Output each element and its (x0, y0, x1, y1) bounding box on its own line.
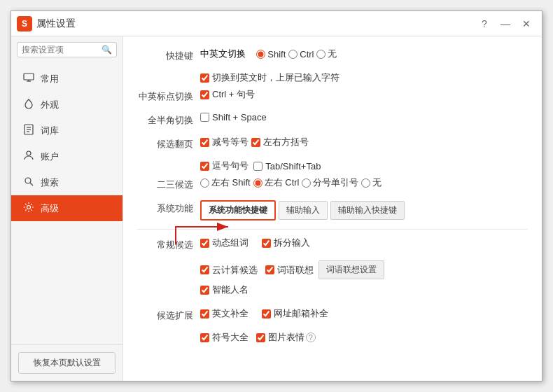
nav-advanced-label: 高级 (41, 202, 59, 215)
general-candidate-row: 常规候选 动态组词 拆分输入 (137, 237, 528, 255)
sidebar-item-general[interactable]: 常用 (11, 66, 122, 92)
restore-defaults-button[interactable]: 恢复本页默认设置 (18, 352, 115, 374)
word-assoc-settings-button[interactable]: 词语联想设置 (318, 260, 384, 279)
cn-en-row: 快捷键 中英文切换 Shift Ctrl (137, 48, 528, 66)
halfwidth-row: 全半角切换 Shift + Space (137, 112, 528, 130)
word-assoc-input[interactable] (265, 265, 274, 274)
candidate-page-row: 候选翻页 减号等号 左右方括号 (137, 136, 528, 154)
radio-shift[interactable]: Shift (256, 49, 286, 59)
tab-sys-shortcut[interactable]: 系统功能快捷键 (200, 200, 276, 220)
candidate-page-row2: 逗号句号 Tab/Shift+Tab (137, 160, 528, 172)
symbol-caps-checkbox[interactable]: 符号大全 (200, 331, 248, 344)
radio-ctrl-input[interactable] (288, 50, 298, 59)
word-assoc-checkbox[interactable]: 词语联想 (265, 264, 314, 276)
svg-point-7 (27, 151, 31, 155)
radio-shift-input[interactable] (256, 50, 265, 59)
en-complete-input[interactable] (200, 309, 209, 318)
radio-none2-input[interactable] (361, 178, 370, 188)
svg-rect-0 (24, 74, 34, 80)
general-candidate-content: 动态组词 拆分输入 (200, 237, 528, 249)
tab-shift-checkbox[interactable]: Tab/Shift+Tab (253, 161, 321, 172)
nav-search-label: 搜索 (41, 176, 59, 189)
brackets-checkbox[interactable]: 左右方括号 (251, 136, 309, 148)
punctuation-label: 中英标点切换 (137, 88, 200, 103)
switch-en-input[interactable] (200, 74, 209, 83)
svg-line-9 (30, 183, 33, 186)
search-nav-icon (22, 176, 35, 189)
radio-none2[interactable]: 无 (361, 176, 382, 189)
brackets-label: 左右方括号 (263, 136, 309, 148)
punctuation-input[interactable] (200, 90, 209, 99)
url-email-checkbox[interactable]: 网址邮箱补全 (262, 307, 328, 320)
tab-shift-label: Tab/Shift+Tab (265, 161, 321, 172)
smart-person-checkbox[interactable]: 智能人名 (200, 284, 248, 296)
nav-general-label: 常用 (41, 73, 59, 85)
emoji-input[interactable] (256, 333, 265, 342)
emoji-checkbox[interactable]: 图片表情 (256, 331, 304, 344)
comma-period-checkbox[interactable]: 逗号句号 (200, 160, 248, 172)
radio-lr-ctrl-input[interactable] (253, 178, 262, 188)
radio-semicolon[interactable]: 分号单引号 (302, 176, 358, 189)
two-three-content: 左右 Shift 左右 Ctrl 分号单引号 无 (200, 176, 528, 189)
radio-semicolon-input[interactable] (302, 178, 311, 188)
brackets-input[interactable] (251, 138, 260, 147)
sidebar-item-dictionary[interactable]: 词库 (11, 118, 122, 144)
halfwidth-input[interactable] (200, 113, 209, 122)
settings-main-panel: 快捷键 中英文切换 Shift Ctrl (123, 36, 542, 381)
cloud-candidate-input[interactable] (200, 265, 209, 274)
symbol-caps-label: 符号大全 (212, 331, 248, 344)
tab-shift-input[interactable] (253, 162, 262, 171)
sys-func-label: 系统功能 (137, 200, 200, 215)
sidebar-item-account[interactable]: 账户 (11, 144, 122, 169)
en-complete-checkbox[interactable]: 英文补全 (200, 307, 248, 320)
switch-en-checkbox[interactable]: 切换到英文时，上屏已输入字符 (200, 71, 340, 84)
dynamic-group-checkbox[interactable]: 动态组词 (200, 237, 248, 249)
sidebar-item-search[interactable]: 搜索 (11, 169, 122, 195)
shortcut-section: 快捷键 中英文切换 Shift Ctrl (137, 48, 528, 344)
search-input[interactable] (22, 45, 100, 55)
account-icon (22, 150, 35, 163)
radio-ctrl[interactable]: Ctrl (288, 49, 314, 59)
cloud-candidate-checkbox[interactable]: 云计算候选 (200, 264, 258, 276)
punctuation-content: Ctrl + 句号 (200, 88, 528, 101)
candidate-expand-content: 英文补全 网址邮箱补全 (200, 307, 528, 320)
minus-eq-checkbox[interactable]: 减号等号 (200, 136, 248, 148)
sidebar-item-advanced[interactable]: 高级 (11, 195, 122, 221)
url-email-label: 网址邮箱补全 (274, 307, 328, 320)
split-input-input[interactable] (262, 239, 271, 248)
dynamic-group-input[interactable] (200, 239, 209, 248)
tab-assist-shortcut[interactable]: 辅助输入快捷键 (330, 201, 405, 220)
radio-lr-ctrl-label: 左右 Ctrl (265, 176, 300, 189)
radio-lr-shift[interactable]: 左右 Shift (200, 176, 251, 189)
radio-none-input[interactable] (316, 50, 326, 59)
smart-person-input[interactable] (200, 286, 209, 295)
minimize-button[interactable]: — (496, 15, 515, 32)
svg-point-10 (27, 206, 31, 209)
help-button[interactable]: ? (475, 15, 494, 32)
search-box[interactable]: 🔍 (17, 42, 117, 57)
dictionary-icon (22, 124, 35, 137)
candidate-expand-row: 候选扩展 英文补全 网址邮箱补全 (137, 307, 528, 326)
radio-none[interactable]: 无 (316, 48, 337, 60)
app-logo: S (17, 16, 32, 31)
comma-period-input[interactable] (200, 162, 209, 171)
en-complete-label: 英文补全 (212, 307, 248, 320)
smart-person-label: 智能人名 (212, 284, 248, 296)
halfwidth-checkbox[interactable]: Shift + Space (200, 112, 267, 122)
search-icon: 🔍 (102, 45, 112, 55)
sidebar-item-appearance[interactable]: 外观 (11, 92, 122, 118)
tab-assist-input[interactable]: 辅助输入 (279, 201, 328, 220)
sys-func-tabs: 系统功能快捷键 辅助输入 辅助输入快捷键 (200, 200, 528, 220)
dynamic-group-label: 动态组词 (212, 237, 248, 249)
radio-lr-ctrl[interactable]: 左右 Ctrl (253, 176, 300, 189)
radio-lr-shift-input[interactable] (200, 178, 209, 188)
punctuation-value: Ctrl + 句号 (212, 88, 255, 101)
symbol-caps-input[interactable] (200, 333, 209, 342)
close-button[interactable]: ✕ (517, 15, 536, 32)
minus-eq-input[interactable] (200, 138, 209, 147)
shortcut-label: 快捷键 (137, 48, 200, 62)
candidate-expand-label: 候选扩展 (137, 307, 200, 322)
punctuation-checkbox[interactable]: Ctrl + 句号 (200, 88, 255, 101)
split-input-checkbox[interactable]: 拆分输入 (262, 237, 310, 249)
url-email-input[interactable] (262, 309, 271, 318)
